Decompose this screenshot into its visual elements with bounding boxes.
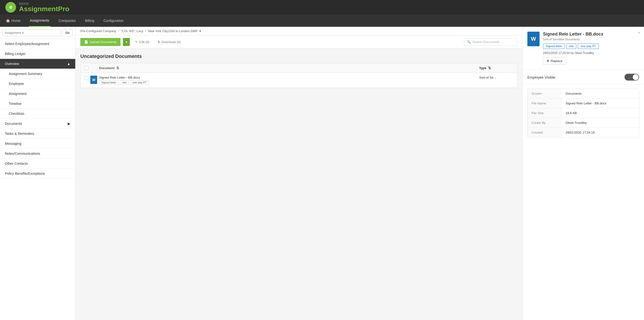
panel-word-icon: W	[527, 32, 540, 46]
sidebar-item-billing-ledger[interactable]: Billing Ledger	[0, 49, 75, 59]
logo-icon: e	[5, 1, 16, 13]
toolbar: 📄 Upload Documents ▾ ✎ Edit (0) ⬇ Downlo…	[76, 35, 522, 49]
document-info-grid: Screen Documents File Name Signed Relo L…	[527, 89, 639, 137]
chevron-up-icon: ▲	[67, 62, 70, 66]
breadcrumb-dropdown-icon[interactable]: ▾	[200, 29, 201, 33]
created-by-label: Create By	[528, 118, 562, 127]
app-name: AssignmentPro	[19, 5, 70, 13]
svg-text:e: e	[9, 4, 12, 10]
sidebar-item-assignment-summary[interactable]: Assignment Summary	[0, 69, 75, 79]
select-all-checkbox[interactable]	[84, 66, 88, 70]
replace-button[interactable]: ⬆ Replace	[543, 57, 566, 65]
table-header: Document ⇅ Type ⇅	[80, 63, 517, 73]
sidebar-search-area: Go	[0, 27, 75, 39]
upload-icon: 📄	[84, 40, 88, 44]
panel-close-button[interactable]: ×	[638, 31, 640, 35]
file-name-value: Signed Relo Letter - BB.docx	[562, 99, 639, 108]
row-checkbox[interactable]	[84, 76, 88, 80]
document-name[interactable]: Signed Relo Letter - BB.docx	[99, 76, 479, 79]
download-icon: ⬇	[158, 40, 160, 44]
panel-tag-relo[interactable]: relo	[566, 43, 576, 49]
breadcrumb-sep1: /	[118, 29, 119, 33]
info-row-created: Created 29/01/2020 17:24:19	[528, 128, 639, 137]
nav-configuration[interactable]: Configuration	[102, 14, 125, 27]
sidebar-item-notes-communications[interactable]: Notes/Communications	[0, 149, 75, 159]
breadcrumb-employee[interactable]: *LTA, BS*, Lucy	[121, 29, 143, 33]
nav-companies[interactable]: Companies	[58, 14, 77, 27]
breadcrumb: Pre-Configured Company / *LTA, BS*, Lucy…	[76, 27, 522, 35]
nav-assignments[interactable]: Assignments	[29, 14, 50, 27]
sidebar-item-timeline[interactable]: Timeline	[0, 99, 75, 109]
sidebar-item-messaging[interactable]: Messaging	[0, 139, 75, 149]
logo-area: e EQUUS AssignmentPro	[5, 1, 70, 13]
sidebar-item-checklists[interactable]: Checklists	[0, 109, 75, 119]
panel-tag-one-way-pt[interactable]: one way PT	[578, 43, 598, 49]
sidebar-item-overview[interactable]: Overview ▲	[0, 59, 75, 69]
panel-doc-subtitle: Sort-of Sensitive Documents	[543, 38, 603, 41]
edit-button[interactable]: ✎ Edit (0)	[132, 38, 152, 46]
sidebar-item-documents[interactable]: Documents ▶	[0, 119, 75, 129]
sidebar-item-assignment[interactable]: Assignment	[0, 89, 75, 99]
document-tags: Signed letter relo one way PT	[99, 80, 479, 85]
info-row-filesize: File Size 18.6 KB	[528, 108, 639, 118]
sort-type-icon[interactable]: ⇅	[488, 66, 491, 70]
sidebar-item-policy-benefits[interactable]: Policy Benefits/Exceptions	[0, 169, 75, 179]
go-button[interactable]: Go	[62, 29, 73, 36]
sort-icon[interactable]: ⇅	[116, 66, 119, 70]
employee-visible-toggle[interactable]: ✕	[624, 74, 639, 80]
home-icon: 🏠	[6, 19, 10, 23]
info-row-screen: Screen Documents	[528, 89, 639, 99]
upload-dropdown-button[interactable]: ▾	[123, 38, 130, 46]
column-type: Type ⇅	[479, 66, 513, 70]
breadcrumb-assignment[interactable]: New York City,USA to London,GBR	[148, 29, 198, 33]
nav-home[interactable]: 🏠 Home	[5, 14, 22, 27]
created-value: 29/01/2020 17:24:19	[562, 128, 639, 137]
breadcrumb-sep2: /	[145, 29, 146, 33]
document-type: Sort-of Se...	[479, 76, 513, 79]
search-documents-input[interactable]: 🔍 Search Documents	[464, 38, 518, 46]
documents-table: Document ⇅ Type ⇅ W	[80, 63, 518, 88]
upload-documents-button[interactable]: 📄 Upload Documents	[80, 38, 120, 46]
brand-label: EQUUS	[19, 2, 70, 5]
info-row-filename: File Name Signed Relo Letter - BB.docx	[528, 99, 639, 108]
panel-tag-signed-letter[interactable]: Signed letter	[543, 43, 565, 49]
nav-bar: 🏠 Home Assignments Companies Billing Con…	[0, 14, 644, 27]
document-info: Signed Relo Letter - BB.docx Signed lett…	[99, 76, 479, 85]
breadcrumb-company[interactable]: Pre-Configured Company	[80, 29, 116, 33]
table-row[interactable]: W Signed Relo Letter - BB.docx Signed le…	[80, 73, 517, 88]
main-layout: Go Select Employee/Assignment Billing Le…	[0, 27, 644, 320]
panel-doc-info: Signed Relo Letter - BB.docx Sort-of Sen…	[543, 32, 603, 65]
tag-signed-letter[interactable]: Signed letter	[99, 80, 118, 85]
section-title: Uncategorized Documents	[80, 53, 518, 59]
sidebar: Go Select Employee/Assignment Billing Le…	[0, 27, 76, 320]
document-detail-panel: W Signed Relo Letter - BB.docx Sort-of S…	[522, 27, 644, 320]
sidebar-item-select-employee[interactable]: Select Employee/Assignment	[0, 39, 75, 49]
file-size-label: File Size	[528, 108, 562, 118]
info-row-created-by: Create By Oliver.Trundley	[528, 118, 639, 128]
chevron-right-icon: ▶	[68, 122, 70, 126]
download-button[interactable]: ⬇ Download (0)	[154, 38, 183, 46]
sidebar-item-tasks-reminders[interactable]: Tasks & Reminders	[0, 129, 75, 139]
created-label: Created	[528, 128, 562, 137]
panel-header: W Signed Relo Letter - BB.docx Sort-of S…	[522, 27, 644, 70]
assignment-search-input[interactable]	[2, 29, 61, 36]
screen-value: Documents	[562, 89, 639, 98]
sidebar-item-other-contacts[interactable]: Other Contacts	[0, 159, 75, 169]
top-bar: e EQUUS AssignmentPro	[0, 0, 644, 14]
sidebar-item-employee[interactable]: Employee	[0, 79, 75, 89]
created-by-value: Oliver.Trundley	[562, 118, 639, 127]
documents-section: Uncategorized Documents Document ⇅ Type …	[76, 49, 522, 93]
word-file-icon: W	[90, 76, 97, 84]
tag-one-way-pt[interactable]: one way PT	[130, 80, 149, 85]
tag-relo[interactable]: relo	[120, 80, 129, 85]
panel-timestamp: 29/01/2020 17:26:50 by Oliver.Trundley	[543, 51, 603, 55]
edit-icon: ✎	[135, 40, 138, 44]
file-name-label: File Name	[528, 99, 562, 108]
employee-visible-label: Employee Visible	[527, 75, 555, 79]
toggle-knob	[633, 74, 639, 80]
column-document: Document ⇅	[99, 66, 479, 70]
panel-tags: Signed letter relo one way PT	[543, 43, 603, 49]
nav-billing[interactable]: Billing	[84, 14, 95, 27]
file-size-value: 18.6 KB	[562, 108, 639, 118]
employee-visible-section: Employee Visible ✕	[522, 70, 644, 85]
